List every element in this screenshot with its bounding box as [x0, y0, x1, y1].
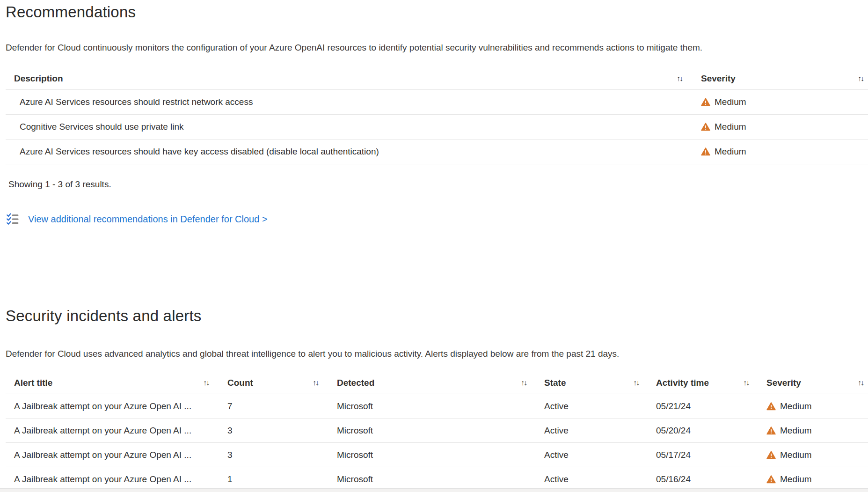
sort-icon[interactable]: ↑↓: [858, 379, 868, 387]
severity-label: Medium: [715, 97, 746, 107]
alert-title: A Jailbreak attempt on your Azure Open A…: [6, 419, 213, 442]
alert-state: Active: [531, 419, 643, 442]
sort-icon[interactable]: ↑↓: [858, 74, 868, 83]
alert-count: 3: [213, 419, 323, 442]
warning-triangle-icon: [766, 426, 776, 435]
checklist-icon: [6, 213, 19, 226]
defender-link-row: View additional recommendations in Defen…: [6, 212, 868, 226]
table-row[interactable]: A Jailbreak attempt on your Azure Open A…: [6, 394, 868, 419]
column-header-detected[interactable]: Detected ↑↓: [323, 372, 531, 394]
recommendations-description: Defender for Cloud continuously monitors…: [6, 42, 868, 53]
recommendations-section-title: Recommendations: [6, 2, 868, 22]
column-header-alert-title[interactable]: Alert title ↑↓: [6, 372, 213, 394]
column-header-label: Activity time: [656, 378, 743, 388]
alert-count: 3: [213, 443, 323, 467]
column-header-state[interactable]: State ↑↓: [531, 372, 643, 394]
severity-cell: Medium: [687, 115, 868, 139]
column-header-label: Severity: [701, 73, 858, 84]
table-row[interactable]: A Jailbreak attempt on your Azure Open A…: [6, 443, 868, 467]
warning-triangle-icon: [766, 402, 776, 411]
alert-count: 7: [213, 394, 323, 418]
sort-icon[interactable]: ↑↓: [633, 379, 643, 387]
sort-icon[interactable]: ↑↓: [521, 379, 531, 387]
alerts-table-header: Alert title ↑↓ Count ↑↓ Detected ↑↓ Stat…: [6, 372, 868, 394]
alert-detected: Microsoft: [323, 443, 531, 467]
alert-activity-time: 05/21/24: [643, 394, 753, 418]
severity-label: Medium: [715, 147, 746, 157]
severity-label: Medium: [715, 122, 746, 132]
recommendations-table-header: Description ↑↓ Severity ↑↓: [6, 67, 868, 90]
severity-cell: Medium: [753, 443, 868, 467]
sort-icon[interactable]: ↑↓: [203, 379, 213, 387]
table-row[interactable]: A Jailbreak attempt on your Azure Open A…: [6, 419, 868, 443]
table-row[interactable]: Azure AI Services resources should restr…: [6, 90, 868, 115]
recommendation-description: Azure AI Services resources should restr…: [6, 90, 687, 114]
alerts-description: Defender for Cloud uses advanced analyti…: [6, 348, 868, 360]
column-header-label: State: [544, 378, 633, 388]
alerts-section-title: Security incidents and alerts: [6, 306, 868, 326]
warning-triangle-icon: [701, 98, 710, 106]
sort-icon[interactable]: ↑↓: [743, 379, 753, 387]
column-header-label: Count: [227, 378, 313, 388]
alert-detected: Microsoft: [323, 419, 531, 442]
warning-triangle-icon: [701, 123, 710, 131]
column-header-activity-time[interactable]: Activity time ↑↓: [643, 372, 753, 394]
column-header-label: Alert title: [14, 378, 203, 388]
table-row[interactable]: Azure AI Services resources should have …: [6, 140, 868, 164]
alert-activity-time: 05/20/24: [643, 419, 753, 442]
warning-triangle-icon: [766, 475, 776, 484]
column-header-label: Description: [14, 73, 677, 84]
column-header-severity[interactable]: Severity ↑↓: [687, 67, 868, 89]
column-header-label: Detected: [337, 378, 521, 388]
recommendation-description: Cognitive Services should use private li…: [6, 115, 687, 139]
alerts-table: Alert title ↑↓ Count ↑↓ Detected ↑↓ Stat…: [6, 372, 868, 492]
severity-label: Medium: [780, 401, 812, 411]
alert-title: A Jailbreak attempt on your Azure Open A…: [6, 443, 213, 467]
results-summary: Showing 1 - 3 of 3 results.: [8, 179, 868, 190]
alert-activity-time: 05/17/24: [643, 443, 753, 467]
alert-title: A Jailbreak attempt on your Azure Open A…: [6, 394, 213, 418]
view-additional-recommendations-link[interactable]: View additional recommendations in Defen…: [28, 214, 268, 225]
alert-title: A Jailbreak attempt on your Azure Open A…: [6, 467, 213, 491]
alert-state: Active: [531, 443, 643, 467]
recommendations-table: Description ↑↓ Severity ↑↓ Azure AI Serv…: [6, 67, 868, 164]
warning-triangle-icon: [701, 147, 710, 156]
recommendation-description: Azure AI Services resources should have …: [6, 140, 687, 164]
severity-cell: Medium: [753, 419, 868, 442]
alert-count: 1: [213, 467, 323, 491]
defender-overview-page: Recommendations Defender for Cloud conti…: [0, 0, 868, 492]
severity-cell: Medium: [753, 467, 868, 491]
column-header-count[interactable]: Count ↑↓: [213, 372, 323, 394]
severity-cell: Medium: [687, 90, 868, 114]
warning-triangle-icon: [766, 451, 776, 459]
severity-label: Medium: [780, 474, 812, 485]
alert-state: Active: [531, 394, 643, 418]
clipped-content-strip: [0, 488, 868, 492]
sort-icon[interactable]: ↑↓: [677, 74, 687, 83]
column-header-severity[interactable]: Severity ↑↓: [753, 372, 868, 394]
column-header-description[interactable]: Description ↑↓: [6, 67, 687, 89]
sort-icon[interactable]: ↑↓: [313, 379, 323, 387]
severity-label: Medium: [780, 426, 812, 436]
alert-detected: Microsoft: [323, 467, 531, 491]
severity-cell: Medium: [753, 394, 868, 418]
alert-state: Active: [531, 467, 643, 491]
alert-detected: Microsoft: [323, 394, 531, 418]
severity-label: Medium: [780, 450, 812, 460]
column-header-label: Severity: [766, 378, 858, 388]
alert-activity-time: 05/16/24: [643, 467, 753, 491]
table-row[interactable]: Cognitive Services should use private li…: [6, 115, 868, 140]
severity-cell: Medium: [687, 140, 868, 164]
